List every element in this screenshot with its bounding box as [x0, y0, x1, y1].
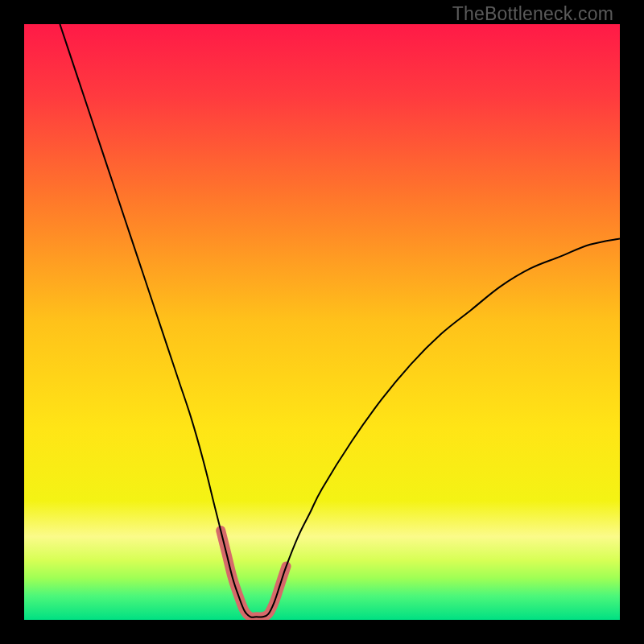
plot-area: [24, 24, 620, 620]
bottleneck-curve: [60, 24, 620, 617]
highlight-band: [221, 530, 286, 617]
chart-frame: TheBottleneck.com: [0, 0, 644, 644]
watermark-text: TheBottleneck.com: [452, 3, 613, 25]
curve-layer: [24, 24, 620, 620]
